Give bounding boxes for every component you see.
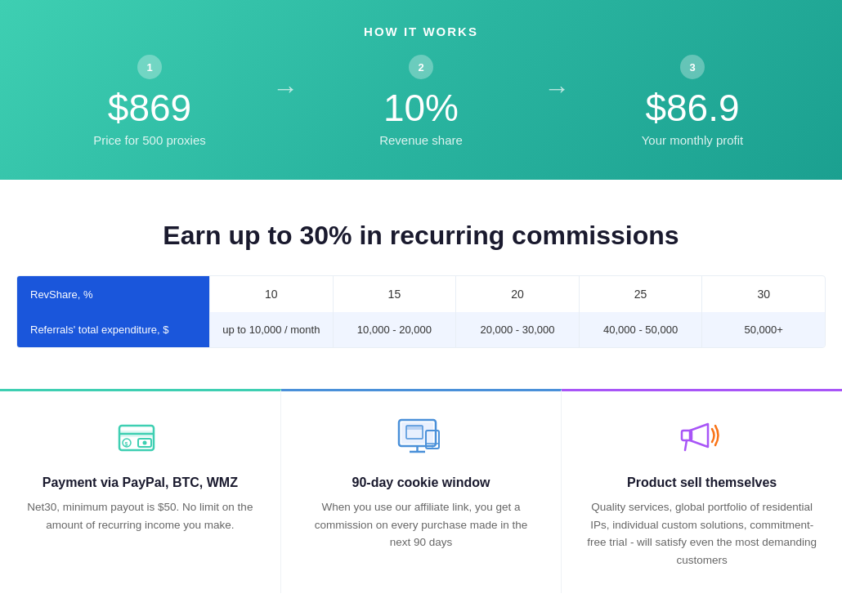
- step-3-value: $86.9: [645, 89, 739, 127]
- col-15: 15: [333, 276, 456, 312]
- step-1: 1 $869 Price for 500 proxies: [35, 55, 264, 147]
- feature-2-desc: When you use our affiliate link, you get…: [306, 498, 537, 551]
- step-2-label: Revenue share: [379, 133, 463, 147]
- col-25: 25: [579, 276, 702, 312]
- revshare-values: 10 15 20 25 30: [209, 276, 825, 312]
- col-30: 30: [701, 276, 825, 312]
- arrow-2: →: [544, 74, 570, 128]
- steps-row: 1 $869 Price for 500 proxies → 2 10% Rev…: [16, 55, 826, 147]
- product-icon: [586, 416, 817, 461]
- expenditure-values: up to 10,000 / month 10,000 - 20,000 20,…: [209, 312, 825, 347]
- section-title: HOW IT WORKS: [16, 25, 826, 38]
- step-2-number: 2: [409, 55, 433, 79]
- arrow-1: →: [272, 74, 298, 128]
- svg-rect-10: [406, 426, 423, 430]
- range-1: up to 10,000 / month: [209, 312, 333, 347]
- step-3-label: Your monthly profit: [642, 133, 744, 147]
- table-row-1: RevShare, % 10 15 20 25 30: [17, 276, 825, 312]
- step-3-number: 3: [680, 55, 705, 79]
- col-10: 10: [209, 276, 333, 312]
- range-3: 20,000 - 30,000: [455, 312, 579, 347]
- svg-point-15: [431, 445, 433, 448]
- table-row-2: Referrals' total expenditure, $ up to 10…: [17, 312, 825, 347]
- feature-1-title: Payment via PayPal, BTC, WMZ: [25, 475, 256, 490]
- payment-icon: $: [25, 416, 256, 461]
- feature-payment: $ Payment via PayPal, BTC, WMZ Net30, mi…: [0, 389, 281, 593]
- features-section: $ Payment via PayPal, BTC, WMZ Net30, mi…: [0, 389, 842, 593]
- svg-text:$: $: [125, 441, 128, 448]
- feature-1-desc: Net30, minimum payout is $50. No limit o…: [25, 498, 256, 533]
- cookie-icon: [306, 416, 537, 461]
- revshare-table: RevShare, % 10 15 20 25 30 Referrals' to…: [16, 275, 826, 348]
- commissions-title: Earn up to 30% in recurring commissions: [16, 221, 826, 251]
- revshare-label: RevShare, %: [17, 276, 209, 312]
- step-1-value: $869: [108, 89, 191, 127]
- step-2: 2 10% Revenue share: [307, 55, 535, 147]
- svg-line-17: [685, 440, 687, 450]
- feature-cookie: 90-day cookie window When you use our af…: [281, 389, 562, 593]
- range-4: 40,000 - 50,000: [579, 312, 702, 347]
- how-it-works-section: HOW IT WORKS 1 $869 Price for 500 proxie…: [0, 0, 842, 180]
- range-2: 10,000 - 20,000: [333, 312, 456, 347]
- feature-3-title: Product sell themselves: [586, 475, 817, 490]
- feature-product: Product sell themselves Quality services…: [562, 389, 842, 593]
- commissions-section: Earn up to 30% in recurring commissions …: [0, 180, 842, 373]
- svg-point-4: [143, 441, 147, 445]
- step-1-label: Price for 500 proxies: [93, 133, 206, 147]
- feature-2-title: 90-day cookie window: [306, 475, 537, 490]
- expenditure-label: Referrals' total expenditure, $: [17, 312, 209, 347]
- step-2-value: 10%: [383, 89, 459, 127]
- step-3: 3 $86.9 Your monthly profit: [578, 55, 807, 147]
- step-1-number: 1: [137, 55, 162, 79]
- col-20: 20: [455, 276, 579, 312]
- feature-3-desc: Quality services, global portfolio of re…: [586, 498, 817, 569]
- range-5: 50,000+: [701, 312, 825, 347]
